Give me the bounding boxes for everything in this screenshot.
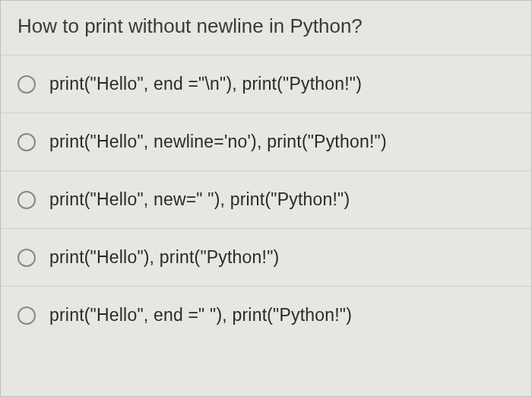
option-row[interactable]: print("Hello"), print("Python!") <box>1 229 531 287</box>
option-label: print("Hello", end ="\n"), print("Python… <box>49 74 362 94</box>
radio-icon[interactable] <box>17 306 36 325</box>
radio-icon[interactable] <box>17 249 36 267</box>
options-list: print("Hello", end ="\n"), print("Python… <box>1 56 531 344</box>
question-title: How to print without newline in Python? <box>1 1 531 56</box>
option-label: print("Hello", newline='no'), print("Pyt… <box>49 132 387 152</box>
option-label: print("Hello", end =" "), print("Python!… <box>49 305 352 326</box>
option-label: print("Hello"), print("Python!") <box>49 247 279 268</box>
option-label: print("Hello", new=" "), print("Python!"… <box>49 189 350 210</box>
option-row[interactable]: print("Hello", end ="\n"), print("Python… <box>1 56 531 113</box>
quiz-container: How to print without newline in Python? … <box>0 0 532 397</box>
radio-icon[interactable] <box>17 133 36 151</box>
radio-icon[interactable] <box>17 75 36 94</box>
option-row[interactable]: print("Hello", newline='no'), print("Pyt… <box>1 113 531 171</box>
option-row[interactable]: print("Hello", end =" "), print("Python!… <box>1 287 531 344</box>
radio-icon[interactable] <box>17 191 36 209</box>
option-row[interactable]: print("Hello", new=" "), print("Python!"… <box>1 171 531 229</box>
